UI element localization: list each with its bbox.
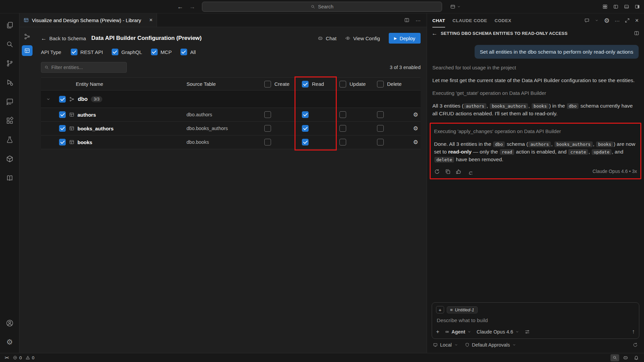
schema-group-row[interactable]: dbo 3/3: [41, 90, 421, 108]
row-checkbox[interactable]: [59, 125, 66, 132]
api-type-all[interactable]: All: [180, 49, 196, 55]
copy-icon[interactable]: [445, 169, 451, 175]
all-checkbox[interactable]: [180, 49, 187, 55]
add-context-button[interactable]: +: [436, 306, 444, 313]
navigate-back-icon[interactable]: ←: [177, 3, 183, 10]
chevron-down-icon[interactable]: [595, 18, 599, 22]
schema-diagram-view-icon[interactable]: [22, 31, 33, 42]
row-settings-gear-icon[interactable]: ⚙: [413, 112, 418, 118]
api-type-rest[interactable]: REST API: [71, 49, 103, 55]
search-view-icon[interactable]: [0, 35, 19, 54]
notifications-bell-icon[interactable]: [632, 354, 641, 361]
remote-indicator-icon[interactable]: ><: [5, 355, 8, 360]
approvals-picker[interactable]: Default Approvals: [465, 342, 517, 348]
tab-codex[interactable]: CODEX: [495, 13, 512, 27]
mcp-checkbox[interactable]: [151, 49, 158, 55]
toggle-panel-icon[interactable]: [624, 4, 629, 9]
create-checkbox[interactable]: [264, 139, 271, 145]
view-config-button[interactable]: View Config: [345, 36, 380, 41]
regenerate-icon[interactable]: [434, 169, 440, 175]
extensions-icon[interactable]: [0, 111, 19, 130]
explorer-icon[interactable]: [0, 15, 19, 35]
model-picker[interactable]: Claude Opus 4.6: [477, 329, 519, 335]
create-checkbox[interactable]: [264, 111, 271, 118]
update-all-checkbox[interactable]: [339, 81, 346, 87]
mode-picker[interactable]: Agent: [445, 329, 471, 335]
chat-history-icon[interactable]: [584, 18, 590, 23]
update-checkbox[interactable]: [339, 125, 346, 132]
accounts-icon[interactable]: [0, 313, 19, 333]
table-row[interactable]: books dbo.books ⚙: [41, 135, 421, 149]
tab-close-icon[interactable]: ×: [149, 17, 153, 23]
thumbs-down-icon[interactable]: [466, 169, 472, 175]
source-control-icon[interactable]: [0, 54, 19, 73]
zoom-indicator[interactable]: [610, 354, 619, 361]
customize-layout-icon[interactable]: [602, 4, 608, 9]
delete-checkbox[interactable]: [377, 139, 384, 145]
group-expand-chevron-icon[interactable]: [46, 97, 51, 102]
agent-sessions-button[interactable]: [450, 2, 461, 11]
editor-more-actions-icon[interactable]: ···: [416, 18, 421, 23]
navigate-forward-icon[interactable]: →: [189, 3, 195, 10]
chat-button[interactable]: Chat: [318, 36, 336, 41]
database-projects-icon[interactable]: [0, 149, 19, 168]
deploy-button[interactable]: ▶ Deploy: [389, 33, 421, 44]
table-row[interactable]: authors dbo.authors ⚙: [41, 108, 421, 122]
settings-gear-icon[interactable]: ⚙: [0, 333, 19, 352]
close-panel-icon[interactable]: ×: [635, 17, 639, 23]
sync-icon[interactable]: [633, 342, 638, 348]
group-checkbox[interactable]: [59, 96, 66, 103]
table-row[interactable]: books_authors dbo.books_authors ⚙: [41, 122, 421, 135]
create-all-checkbox[interactable]: [264, 81, 271, 87]
delete-checkbox[interactable]: [377, 125, 384, 132]
copilot-status-icon[interactable]: [621, 354, 630, 361]
context-chip-untitled[interactable]: ≡ Untitled-1: [447, 306, 478, 313]
graphql-checkbox[interactable]: [112, 49, 118, 55]
read-checkbox[interactable]: [302, 111, 309, 118]
thread-back-icon[interactable]: ←: [432, 31, 437, 36]
toggle-secondary-sidebar-icon[interactable]: [635, 4, 640, 9]
filter-entities-input[interactable]: [51, 65, 123, 70]
maximize-panel-icon[interactable]: [625, 18, 630, 23]
attach-plus-icon[interactable]: +: [436, 329, 439, 335]
row-settings-gear-icon[interactable]: ⚙: [413, 139, 418, 145]
delete-all-checkbox[interactable]: [377, 81, 384, 87]
read-checkbox[interactable]: [302, 139, 309, 145]
search-command-center[interactable]: Search: [202, 2, 442, 12]
api-type-graphql[interactable]: GraphQL: [112, 49, 142, 55]
update-checkbox[interactable]: [339, 111, 346, 118]
read-checkbox[interactable]: [302, 125, 309, 132]
open-chat-in-editor-icon[interactable]: [634, 31, 639, 36]
read-all-checkbox[interactable]: [302, 81, 309, 87]
rest-api-checkbox[interactable]: [71, 49, 77, 55]
run-and-debug-icon[interactable]: [0, 73, 19, 92]
create-checkbox[interactable]: [264, 125, 271, 132]
target-picker[interactable]: Local: [433, 342, 458, 348]
send-button[interactable]: ↑: [632, 328, 635, 335]
api-type-mcp[interactable]: MCP: [151, 49, 172, 55]
tab-claude-code[interactable]: CLAUDE CODE: [452, 13, 487, 27]
back-to-schema-link[interactable]: ← Back to Schema: [41, 36, 86, 41]
row-checkbox[interactable]: [59, 139, 66, 145]
split-editor-icon[interactable]: [404, 17, 410, 23]
remote-explorer-icon[interactable]: [0, 92, 19, 111]
thumbs-up-icon[interactable]: [455, 169, 462, 175]
chat-more-actions-icon[interactable]: ···: [614, 18, 620, 23]
chat-prompt-input[interactable]: [437, 317, 634, 323]
row-checkbox[interactable]: [59, 111, 66, 118]
problems-indicator[interactable]: 0 0: [13, 355, 34, 360]
row-settings-gear-icon[interactable]: ⚙: [413, 126, 418, 131]
chat-settings-gear-icon[interactable]: ⚙: [604, 17, 609, 24]
chat-input-box[interactable]: + ≡ Untitled-1 + Agent: [432, 302, 639, 339]
tab-visualize-schema[interactable]: Visualize and Design Schema (Preview) - …: [19, 13, 157, 27]
tab-chat[interactable]: CHAT: [432, 13, 445, 27]
filter-entities-box[interactable]: [41, 62, 127, 73]
annotation-apply-changes-block: Executing 'apply_changes' operation on D…: [430, 123, 641, 179]
testing-icon[interactable]: [0, 130, 19, 149]
docs-icon[interactable]: [0, 168, 19, 187]
delete-checkbox[interactable]: [377, 111, 384, 118]
api-builder-view-icon[interactable]: [22, 45, 33, 56]
update-checkbox[interactable]: [339, 139, 346, 145]
toggle-primary-sidebar-icon[interactable]: [613, 4, 619, 9]
tools-tune-icon[interactable]: [525, 329, 530, 335]
